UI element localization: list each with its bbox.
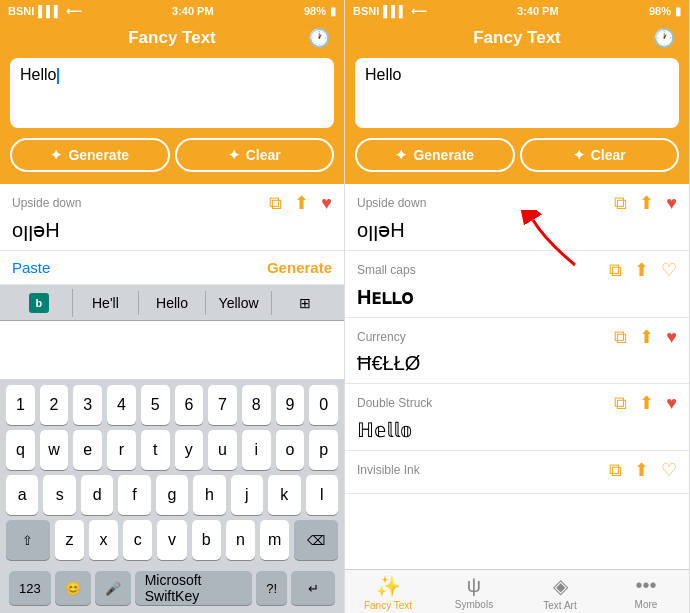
key-2[interactable]: 2 (40, 385, 69, 425)
copy-icon-upside-down[interactable]: ⧉ (614, 193, 627, 214)
key-shift[interactable]: ⇧ (6, 520, 50, 560)
key-w[interactable]: w (40, 430, 69, 470)
key-8[interactable]: 8 (242, 385, 271, 425)
copy-icon-invisible-ink[interactable]: ⧉ (609, 460, 622, 481)
suggestion-hell[interactable]: He'll (73, 291, 140, 315)
key-m[interactable]: m (260, 520, 289, 560)
copy-icon-double-struck[interactable]: ⧉ (614, 393, 627, 414)
key-mic[interactable]: 🎤 (95, 571, 131, 605)
clear-button-left[interactable]: ✦ Clear (175, 138, 335, 172)
suggestions-row: b He'll Hello Yellow ⊞ (0, 285, 344, 321)
generate-button-left[interactable]: ✦ Generate (10, 138, 170, 172)
key-backspace[interactable]: ⌫ (294, 520, 338, 560)
input-area-right: Hello (345, 58, 689, 138)
key-j[interactable]: j (231, 475, 263, 515)
copy-icon-left[interactable]: ⧉ (269, 193, 282, 214)
key-emoji[interactable]: 😊 (55, 571, 91, 605)
text-cursor (57, 68, 59, 84)
key-4[interactable]: 4 (107, 385, 136, 425)
key-q[interactable]: q (6, 430, 35, 470)
input-text-right: Hello (365, 66, 401, 83)
share-icon-left[interactable]: ⬆ (294, 192, 309, 214)
share-icon-upside-down[interactable]: ⬆ (639, 192, 654, 214)
app-title-right: Fancy Text (473, 28, 561, 48)
key-h[interactable]: h (193, 475, 225, 515)
bing-suggestion[interactable]: b (6, 289, 73, 317)
heart-icon-invisible-ink[interactable]: ♡ (661, 459, 677, 481)
result-item-double-struck: Double Struck ⧉ ⬆ ♥ ℍ𝕖𝕝𝕝𝕠 (345, 384, 689, 451)
key-u[interactable]: u (208, 430, 237, 470)
clear-sparkle-icon-left: ✦ (228, 147, 240, 163)
tab-more[interactable]: ••• More (603, 574, 689, 611)
app-title-left: Fancy Text (128, 28, 216, 48)
key-f[interactable]: f (118, 475, 150, 515)
results-list-left: Upside down ⧉ ⬆ ♥ oןןǝH Paste Generate b… (0, 184, 344, 379)
tab-label-symbols: Symbols (455, 599, 493, 610)
generate-label-paste-row[interactable]: Generate (267, 259, 332, 276)
key-o[interactable]: o (276, 430, 305, 470)
key-e[interactable]: e (73, 430, 102, 470)
text-input-left[interactable]: Hello (10, 58, 334, 128)
key-n[interactable]: n (226, 520, 255, 560)
key-z[interactable]: z (55, 520, 84, 560)
result-label-left: Upside down (12, 196, 81, 210)
tab-fancy-text[interactable]: ✨ Fancy Text (345, 574, 431, 611)
key-s[interactable]: s (43, 475, 75, 515)
heart-icon-small-caps[interactable]: ♡ (661, 259, 677, 281)
key-l[interactable]: l (306, 475, 338, 515)
key-space[interactable]: Microsoft SwiftKey (135, 571, 252, 605)
copy-icon-currency[interactable]: ⧉ (614, 327, 627, 348)
key-g[interactable]: g (156, 475, 188, 515)
key-6[interactable]: 6 (175, 385, 204, 425)
key-9[interactable]: 9 (276, 385, 305, 425)
copy-icon-small-caps[interactable]: ⧉ (609, 260, 622, 281)
tab-text-art[interactable]: ◈ Text Art (517, 574, 603, 611)
result-text-upside-down-left: oןןǝH (12, 214, 332, 244)
suggestion-yellow[interactable]: Yellow (206, 291, 273, 315)
key-b[interactable]: b (192, 520, 221, 560)
key-x[interactable]: x (89, 520, 118, 560)
key-c[interactable]: c (123, 520, 152, 560)
label-currency: Currency (357, 330, 406, 344)
tab-symbols[interactable]: ψ Symbols (431, 574, 517, 611)
key-r[interactable]: r (107, 430, 136, 470)
clock-icon-left[interactable]: 🕐 (308, 27, 330, 49)
text-small-caps: Hᴇʟʟᴏ (357, 281, 677, 311)
key-i[interactable]: i (242, 430, 271, 470)
button-row-left: ✦ Generate ✦ Clear (0, 138, 344, 184)
time-right: 3:40 PM (517, 5, 559, 17)
heart-icon-currency[interactable]: ♥ (666, 327, 677, 348)
key-123[interactable]: 123 (9, 571, 51, 605)
key-p[interactable]: p (309, 430, 338, 470)
suggestion-grid[interactable]: ⊞ (272, 291, 338, 315)
text-input-right[interactable]: Hello (355, 58, 679, 128)
key-5[interactable]: 5 (141, 385, 170, 425)
share-icon-invisible-ink[interactable]: ⬆ (634, 459, 649, 481)
key-v[interactable]: v (157, 520, 186, 560)
heart-icon-double-struck[interactable]: ♥ (666, 393, 677, 414)
key-d[interactable]: d (81, 475, 113, 515)
key-special-chars[interactable]: ?! (256, 571, 287, 605)
share-icon-small-caps[interactable]: ⬆ (634, 259, 649, 281)
key-3[interactable]: 3 (73, 385, 102, 425)
paste-label[interactable]: Paste (12, 259, 50, 276)
result-header-left: Upside down ⧉ ⬆ ♥ (12, 192, 332, 214)
heart-icon-upside-down[interactable]: ♥ (666, 193, 677, 214)
key-a[interactable]: a (6, 475, 38, 515)
tab-label-text-art: Text Art (543, 600, 576, 611)
clock-icon-right[interactable]: 🕐 (653, 27, 675, 49)
key-y[interactable]: y (175, 430, 204, 470)
key-1[interactable]: 1 (6, 385, 35, 425)
share-icon-currency[interactable]: ⬆ (639, 326, 654, 348)
key-0[interactable]: 0 (309, 385, 338, 425)
share-icon-double-struck[interactable]: ⬆ (639, 392, 654, 414)
generate-button-right[interactable]: ✦ Generate (355, 138, 515, 172)
key-k[interactable]: k (268, 475, 300, 515)
wifi-icon-left: ⟵ (66, 5, 82, 18)
key-7[interactable]: 7 (208, 385, 237, 425)
suggestion-hello[interactable]: Hello (139, 291, 206, 315)
clear-button-right[interactable]: ✦ Clear (520, 138, 680, 172)
key-return[interactable]: ↵ (291, 571, 335, 605)
heart-icon-left[interactable]: ♥ (321, 193, 332, 214)
key-t[interactable]: t (141, 430, 170, 470)
